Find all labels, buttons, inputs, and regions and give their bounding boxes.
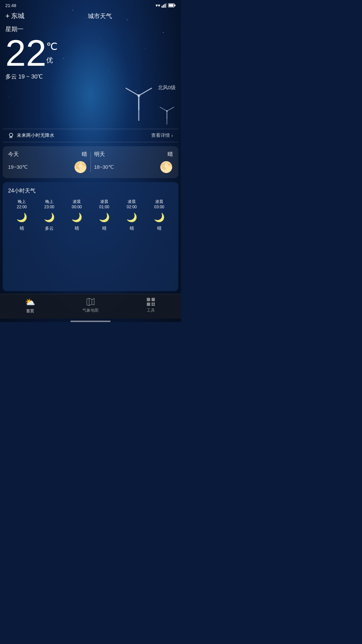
hourly-item: 晚上22:00🌙晴 <box>8 199 36 231</box>
windmill-1 <box>122 80 156 122</box>
hourly-condition: 晴 <box>130 225 134 231</box>
hourly-item: 凌晨01:00🌙晴 <box>90 199 118 231</box>
hourly-weather-icon: 🌙 <box>44 212 55 223</box>
svg-rect-5 <box>169 4 174 7</box>
map-icon <box>86 298 95 306</box>
svg-line-8 <box>139 88 152 96</box>
svg-line-19 <box>11 137 11 138</box>
wind-area: 北风0级 <box>5 82 176 129</box>
hourly-weather-icon: 🌙 <box>99 212 110 223</box>
hourly-condition: 多云 <box>45 225 54 231</box>
home-icon: ⛅ <box>25 298 35 307</box>
status-bar: 21:48 ▾▾ <box>0 0 181 9</box>
svg-line-18 <box>10 137 10 138</box>
map-label: 气象地图 <box>82 308 99 313</box>
hourly-card: 24小时天气 晚上22:00🌙晴晚上23:00🌙多云凌晨00:00🌙晴凌晨01:… <box>3 182 178 291</box>
svg-rect-1 <box>163 5 164 8</box>
precip-left: 未来两小时无降水 <box>8 132 54 139</box>
status-time: 21:48 <box>5 3 16 8</box>
hourly-item: 晚上23:00🌙多云 <box>36 199 63 231</box>
add-city-icon[interactable]: + <box>5 12 10 20</box>
wifi-icon: ▾▾ <box>156 3 160 8</box>
svg-rect-3 <box>166 3 167 8</box>
svg-point-17 <box>9 133 13 137</box>
battery-icon <box>168 3 176 7</box>
city-selector[interactable]: + 东城 <box>5 11 24 20</box>
hourly-item: 凌晨00:00🌙晴 <box>63 199 90 231</box>
chevron-right-icon: › <box>171 133 173 138</box>
svg-rect-27 <box>152 303 153 304</box>
bottom-navigation: ⛅ 首页 气象地图 工具 <box>0 294 181 319</box>
hourly-row: 晚上22:00🌙晴晚上23:00🌙多云凌晨00:00🌙晴凌晨01:00🌙晴凌晨0… <box>8 199 173 231</box>
hourly-time: 凌晨03:00 <box>154 199 164 210</box>
precip-text: 未来两小时无降水 <box>17 132 54 139</box>
hourly-weather-icon: 🌙 <box>16 212 27 223</box>
nav-home[interactable]: ⛅ 首页 <box>0 298 60 314</box>
temp-unit-quality: ℃ 优 <box>46 35 58 65</box>
today-label: 今天 <box>8 151 19 158</box>
hourly-item: 凌晨03:00🌙晴 <box>145 199 173 231</box>
precip-detail[interactable]: 查看详情 › <box>151 132 173 139</box>
rain-icon <box>8 132 14 139</box>
forecast-today: 今天 晴 19~30℃ 🌕 <box>8 151 87 173</box>
svg-rect-0 <box>162 6 163 8</box>
today-condition: 晴 <box>82 151 87 158</box>
today-temp: 19~30℃ <box>8 164 28 170</box>
header-title: 城市天气 <box>24 12 176 20</box>
home-label: 首页 <box>26 308 34 314</box>
hourly-condition: 晴 <box>20 225 24 231</box>
svg-rect-25 <box>152 298 155 301</box>
hourly-item: 凌晨02:00🌙晴 <box>118 199 145 231</box>
hourly-time: 凌晨00:00 <box>72 199 82 210</box>
hourly-time: 凌晨01:00 <box>99 199 109 210</box>
svg-line-7 <box>126 88 139 96</box>
temperature-value: 22 <box>5 35 46 71</box>
temperature-section: 22 ℃ 优 <box>0 35 181 71</box>
header: + 东城 城市天气 <box>0 9 181 22</box>
precipitation-bar: 未来两小时无降水 查看详情 › <box>3 129 178 142</box>
hourly-condition: 晴 <box>157 225 162 231</box>
svg-rect-6 <box>175 5 176 6</box>
svg-rect-2 <box>165 4 166 8</box>
forecast-card: 今天 晴 19~30℃ 🌕 明天 晴 18~30℃ 🌕 <box>3 146 178 178</box>
svg-marker-21 <box>87 298 94 306</box>
city-name[interactable]: 东城 <box>11 11 24 20</box>
hourly-time: 晚上22:00 <box>17 199 27 210</box>
svg-rect-26 <box>147 303 150 306</box>
nav-map[interactable]: 气象地图 <box>60 298 121 314</box>
forecast-divider <box>90 152 91 172</box>
today-weather-icon: 🌕 <box>74 161 87 173</box>
hourly-condition: 晴 <box>75 225 79 231</box>
forecast-row: 今天 晴 19~30℃ 🌕 明天 晴 18~30℃ 🌕 <box>8 151 173 173</box>
signal-icon <box>162 3 167 8</box>
windmill-2 <box>158 103 176 125</box>
tomorrow-weather-icon: 🌕 <box>160 161 173 173</box>
tools-icon <box>146 298 155 306</box>
svg-rect-24 <box>147 298 150 301</box>
tomorrow-label: 明天 <box>94 151 105 158</box>
hourly-title: 24小时天气 <box>8 187 173 195</box>
hourly-time: 晚上23:00 <box>44 199 54 210</box>
home-indicator <box>70 321 111 322</box>
forecast-tomorrow: 明天 晴 18~30℃ 🌕 <box>94 151 173 173</box>
air-quality-badge: 优 <box>46 56 58 65</box>
hourly-weather-icon: 🌙 <box>71 212 82 223</box>
svg-line-20 <box>12 137 12 138</box>
svg-rect-29 <box>152 305 153 306</box>
hourly-condition: 晴 <box>102 225 107 231</box>
svg-line-12 <box>160 107 167 111</box>
hourly-time: 凌晨02:00 <box>127 199 137 210</box>
svg-rect-28 <box>154 303 155 304</box>
temperature-unit: ℃ <box>46 41 58 52</box>
wind-label: 北风0级 <box>158 85 176 91</box>
svg-rect-30 <box>154 305 155 306</box>
tomorrow-temp: 18~30℃ <box>94 164 114 170</box>
hourly-weather-icon: 🌙 <box>154 212 165 223</box>
tomorrow-condition: 晴 <box>168 151 173 158</box>
nav-tools[interactable]: 工具 <box>121 298 181 314</box>
tools-label: 工具 <box>147 308 155 313</box>
status-icons: ▾▾ <box>156 3 176 8</box>
hourly-weather-icon: 🌙 <box>126 212 137 223</box>
svg-line-13 <box>167 107 174 111</box>
